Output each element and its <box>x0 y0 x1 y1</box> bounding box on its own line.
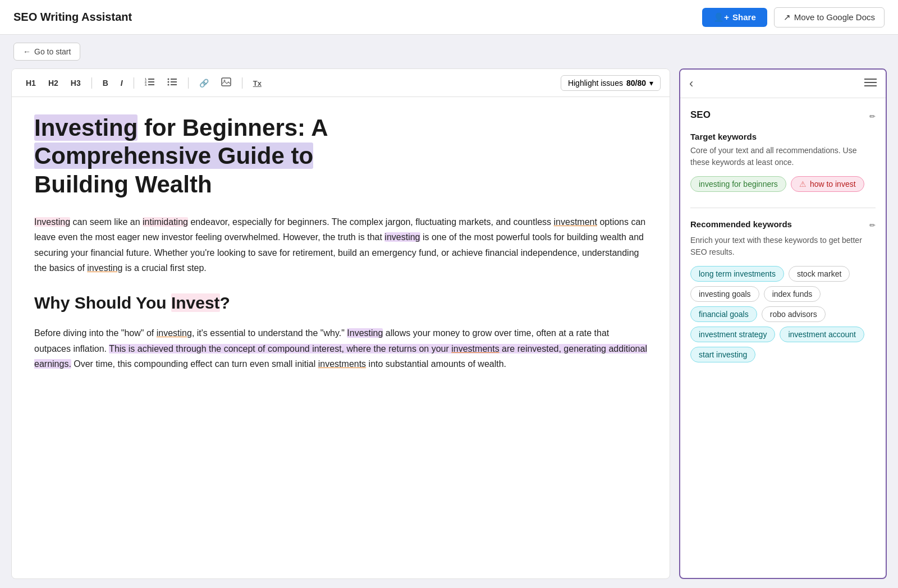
target-keywords-title: Target keywords <box>690 132 876 141</box>
link-button[interactable]: 🔗 <box>194 76 214 90</box>
panel-content: SEO ✏ Target keywords Core of your text … <box>680 98 886 578</box>
title-highlight-guide: Comprehensive Guide to <box>34 143 313 169</box>
highlight-investing-2: investing <box>384 232 420 242</box>
keyword-tag-investment-account[interactable]: investment account <box>780 327 864 342</box>
highlight-investing-5: Investing <box>347 328 383 338</box>
keyword-tag-start-investing[interactable]: start investing <box>690 347 755 362</box>
header-actions: 👤+ Share ↗ Move to Google Docs <box>702 7 885 27</box>
svg-point-7 <box>167 81 169 83</box>
recommended-keywords-tags: long term investments stock market inves… <box>690 266 876 362</box>
recommended-keywords-desc: Enrich your text with these keywords to … <box>690 235 876 258</box>
highlight-investing-4: investing <box>157 328 192 338</box>
recommended-keywords-edit-button[interactable]: ✏ <box>869 221 876 229</box>
seo-section: SEO ✏ Target keywords Core of your text … <box>690 109 876 192</box>
chevron-left-icon: ‹ <box>689 76 693 90</box>
arrow-left-icon: ← <box>23 47 31 56</box>
keyword-tag-stock-market[interactable]: stock market <box>789 266 850 282</box>
panel-topbar: ‹ <box>680 70 886 98</box>
clear-format-button[interactable]: Tx <box>248 76 267 90</box>
image-icon <box>221 79 231 88</box>
highlight-intimidating: intimidating <box>143 217 188 227</box>
go-to-start-button[interactable]: ← Go to start <box>13 43 80 61</box>
clear-format-icon: Tx <box>253 79 262 88</box>
move-to-google-docs-button[interactable]: ↗ Move to Google Docs <box>774 7 885 27</box>
recommended-keywords-section: Recommended keywords ✏ Enrich your text … <box>690 219 876 362</box>
keyword-tag-investment-strategy[interactable]: investment strategy <box>690 327 775 342</box>
keyword-tag-index-funds[interactable]: index funds <box>764 286 821 302</box>
sub-header: ← Go to start <box>0 35 898 68</box>
image-button[interactable] <box>216 75 236 91</box>
svg-rect-12 <box>222 78 231 86</box>
bold-button[interactable]: B <box>98 76 113 90</box>
article-title: Investing for Beginners: A Comprehensive… <box>34 114 647 199</box>
title-highlight-investing: Investing <box>34 114 138 141</box>
section-title-why-invest: Why Should You Invest? <box>34 289 647 317</box>
unordered-list-icon <box>167 79 177 88</box>
main-layout: H1 H2 H3 B I 1.2.3. <box>0 68 898 588</box>
keyword-tag-financial-goals[interactable]: financial goals <box>690 306 757 322</box>
header: SEO Writing Assistant 👤+ Share ↗ Move to… <box>0 0 898 35</box>
highlight-investments-1: investments <box>451 344 499 353</box>
italic-button[interactable]: I <box>116 76 128 90</box>
ordered-list-button[interactable]: 1.2.3. <box>140 75 160 91</box>
recommended-keywords-title: Recommended keywords <box>690 219 792 229</box>
highlight-investing-3: investing <box>87 263 122 273</box>
paragraph-1: Investing can seem like an intimidating … <box>34 214 647 275</box>
editor-content[interactable]: Investing for Beginners: A Comprehensive… <box>12 97 670 578</box>
section-divider <box>690 208 876 208</box>
toolbar-separator-4 <box>242 77 242 89</box>
panel-back-button[interactable]: ‹ <box>689 76 693 91</box>
h1-button[interactable]: H1 <box>21 76 41 90</box>
link-icon: 🔗 <box>199 79 209 88</box>
highlight-investment-1: investment <box>554 217 597 227</box>
h2-button[interactable]: H2 <box>43 76 63 90</box>
hamburger-icon <box>864 78 877 89</box>
warning-icon: ⚠ <box>799 180 807 189</box>
share-icon: 👤+ <box>713 12 729 22</box>
highlight-investing-1: Investing <box>34 217 70 227</box>
seo-panel: ‹ SEO ✏ Target keywords <box>679 68 887 579</box>
share-button[interactable]: 👤+ Share <box>702 8 767 27</box>
svg-text:3.: 3. <box>145 83 148 86</box>
move-icon: ↗ <box>784 12 791 22</box>
dropdown-arrow-icon: ▾ <box>649 79 653 88</box>
keyword-tag-investing-for-beginners[interactable]: investing for beginners <box>690 176 786 192</box>
app-title: SEO Writing Assistant <box>13 11 132 24</box>
toolbar-left: H1 H2 H3 B I 1.2.3. <box>21 75 267 91</box>
target-keywords-tags: investing for beginners ⚠ how to invest <box>690 176 876 192</box>
ordered-list-icon: 1.2.3. <box>145 79 155 88</box>
toolbar-right: Highlight issues 80/80 ▾ <box>561 75 661 91</box>
svg-point-8 <box>167 84 169 86</box>
h3-button[interactable]: H3 <box>66 76 86 90</box>
seo-section-title: SEO <box>690 109 711 121</box>
highlight-investments-2: investments <box>318 359 366 369</box>
target-keywords-section: Target keywords Core of your text and al… <box>690 132 876 192</box>
highlight-invest: Invest <box>171 293 220 312</box>
keyword-tag-robo-advisors[interactable]: robo advisors <box>762 306 826 322</box>
unordered-list-button[interactable] <box>162 75 182 91</box>
toolbar-separator-1 <box>91 77 92 89</box>
target-keywords-desc: Core of your text and all recommendation… <box>690 145 876 168</box>
keyword-tag-investing-goals[interactable]: investing goals <box>690 286 759 302</box>
editor-panel: H1 H2 H3 B I 1.2.3. <box>11 68 670 579</box>
toolbar-separator-3 <box>188 77 189 89</box>
keyword-tag-long-term-investments[interactable]: long term investments <box>690 266 784 282</box>
pencil-icon-2: ✏ <box>869 221 876 229</box>
editor-toolbar: H1 H2 H3 B I 1.2.3. <box>12 69 670 97</box>
seo-edit-button[interactable]: ✏ <box>869 112 876 121</box>
paragraph-2: Before diving into the "how" of investin… <box>34 325 647 371</box>
panel-menu-button[interactable] <box>864 78 877 90</box>
keyword-tag-how-to-invest[interactable]: ⚠ how to invest <box>791 176 864 192</box>
toolbar-separator-2 <box>134 77 134 89</box>
svg-point-6 <box>167 79 169 80</box>
pencil-icon: ✏ <box>869 112 876 121</box>
highlight-issues-dropdown[interactable]: Highlight issues 80/80 ▾ <box>561 75 661 91</box>
